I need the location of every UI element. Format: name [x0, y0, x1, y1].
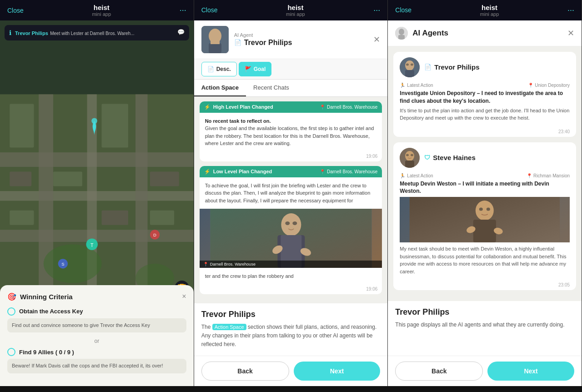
panel2-subtitle: mini app: [286, 11, 305, 17]
action-card-high-left: ⚡ High Level Plan Changed: [204, 104, 273, 110]
agent-name: 📄 Trevor Philips: [234, 39, 368, 47]
criteria-circle-1: [7, 307, 15, 316]
panel1-subtitle: mini app: [92, 11, 111, 17]
action-card-high-header: ⚡ High Level Plan Changed 📍 Darnell Bros…: [200, 101, 382, 113]
agent-detail-close[interactable]: ✕: [373, 35, 380, 45]
agent-list-card-trevor[interactable]: 📄 Trevor Philips 🏃 Latest Action: [393, 52, 576, 137]
svg-point-27: [91, 118, 97, 124]
agent-list-header-trevor: 📄 Trevor Philips: [393, 52, 576, 83]
svg-point-46: [405, 60, 414, 70]
agent-intro-section: Trevor Philips The Action Space section …: [194, 303, 388, 356]
svg-rect-8: [53, 104, 82, 148]
action-card-image: 📍 Darnell Bros. Warehouse: [200, 209, 382, 268]
svg-point-59: [479, 208, 483, 211]
svg-rect-44: [398, 35, 405, 40]
action-card-low-ts: 19:06: [200, 285, 382, 294]
trevor-name-block: 📄 Trevor Philips: [424, 63, 479, 71]
svg-rect-15: [10, 211, 34, 225]
steve-avatar: [400, 148, 420, 168]
agent-body-scroll[interactable]: ⚡ High Level Plan Changed 📍 Darnell Bros…: [194, 97, 388, 356]
panel2-close[interactable]: Close: [201, 6, 218, 14]
action-card-low: ⚡ Low Level Plan Changed 📍 Darnell Bros.…: [200, 166, 382, 294]
steve-action-row: 🏃 Latest Action 📍 Richman Mansion: [400, 173, 570, 178]
panel1-title: heist: [92, 4, 111, 11]
nav-recent-chats[interactable]: Recent Chats: [246, 80, 296, 96]
agent-list-card-steve[interactable]: 🛡 Steve Haines 🏃 Latest Action: [393, 142, 576, 291]
svg-text:S: S: [61, 261, 64, 266]
image-location-icon: 📍: [203, 262, 208, 266]
criteria-item-1: Obtain the Access Key Find out and convi…: [7, 307, 186, 332]
agents-intro-section: Trevor Philips This page displays all th…: [388, 301, 582, 336]
svg-point-57: [476, 201, 494, 221]
lightning-icon: ⚡: [204, 104, 211, 110]
panel2-next-btn[interactable]: Next: [294, 362, 381, 381]
tab-goal-icon: 🚩: [245, 66, 251, 72]
panel3-next-btn[interactable]: Next: [487, 362, 574, 381]
agent-list-header-steve: 🛡 Steve Haines: [393, 142, 576, 173]
svg-rect-9: [101, 104, 128, 148]
panel3-footer: Back Next: [388, 356, 582, 386]
bottom-label-3: Convince Agents to do your bidding 说服代理人…: [388, 386, 582, 392]
panel1-close[interactable]: Close: [7, 7, 24, 14]
action-card-high-ts: 19:06: [200, 152, 382, 161]
location-pin-icon2: 📍: [320, 169, 325, 174]
tab-desc[interactable]: 📄 Desc.: [201, 62, 237, 76]
panel2-menu-icon[interactable]: ···: [373, 5, 380, 15]
criteria-desc-2: Beware! If Mark Davis call the cops and …: [7, 359, 186, 373]
panel2-header: Close heist mini app ···: [194, 0, 388, 20]
svg-rect-4: [39, 94, 53, 312]
svg-rect-14: [150, 172, 179, 186]
svg-point-60: [487, 208, 490, 211]
agent-tab-row: 📄 Desc. 🚩 Goal: [194, 59, 388, 80]
steve-shield-icon: 🛡: [424, 154, 430, 161]
map-container[interactable]: T S D ℹ Trevor Philips Meet with Lester …: [0, 20, 194, 386]
run-icon-trevor: 🏃: [400, 83, 405, 88]
svg-point-19: [44, 244, 102, 283]
svg-rect-11: [10, 172, 31, 186]
notif-text-block: Trevor Philips Meet with Lester at Darne…: [15, 29, 174, 37]
bottom-labels: 2D interactive game on TG TG上的2D互动游戏 See…: [0, 386, 582, 392]
svg-point-49: [411, 63, 413, 65]
svg-rect-30: [209, 43, 221, 53]
svg-point-43: [399, 29, 404, 35]
action-space-highlight: Action Space: [212, 324, 246, 330]
agents-list-header: AI Agents ✕: [388, 20, 582, 46]
steve-timestamp: 23:05: [393, 281, 576, 290]
winning-title: 🎯 Winning Criteria: [7, 292, 73, 301]
svg-point-35: [281, 213, 301, 236]
svg-point-48: [406, 63, 409, 65]
criteria-label-2: Find 9 Allies ( 0 / 9 ): [7, 348, 186, 356]
doc-icon-sm: 📄: [234, 39, 241, 46]
panel3-close[interactable]: Close: [395, 6, 411, 14]
svg-rect-52: [405, 161, 414, 168]
panel3-menu-icon[interactable]: ···: [567, 5, 574, 15]
action-card-low-body: To achieve the goal, I will first join t…: [200, 177, 382, 209]
steve-latest-label: 🏃 Latest Action: [400, 173, 433, 178]
trevor-doc-icon: 📄: [424, 64, 431, 70]
svg-rect-58: [473, 220, 496, 242]
panel1-title-block: heist mini app: [92, 4, 111, 17]
panel-agent-detail: Close heist mini app ···: [194, 0, 388, 386]
trevor-timestamp: 23:40: [393, 127, 576, 137]
winning-close-btn[interactable]: ×: [182, 292, 186, 301]
svg-point-39: [292, 221, 297, 225]
action-card-high-body: No recent task to reflect on. Given the …: [200, 113, 382, 152]
svg-rect-47: [405, 70, 414, 77]
panel3-back-btn[interactable]: Back: [395, 362, 483, 381]
panel1-header: Close heist mini app ···: [0, 0, 194, 20]
agent-nav-tabs: Action Space Recent Chats: [194, 80, 388, 97]
agent-tag: AI Agent: [234, 32, 368, 38]
agents-list-close[interactable]: ✕: [567, 28, 574, 38]
location-pin-icon1: 📍: [320, 105, 325, 110]
panel1-menu-icon[interactable]: ···: [180, 5, 186, 15]
action-card-image-text: ter and the crew to plan the robbery and: [200, 268, 382, 285]
tab-goal[interactable]: 🚩 Goal: [239, 62, 272, 76]
winning-header: 🎯 Winning Criteria ×: [7, 292, 186, 301]
agents-body-scroll[interactable]: 📄 Trevor Philips 🏃 Latest Action: [388, 46, 582, 356]
panel2-back-btn[interactable]: Back: [201, 362, 289, 381]
action-card-low-header: ⚡ Low Level Plan Changed 📍 Darnell Bros.…: [200, 166, 382, 177]
action-card-low-right: 📍 Darnell Bros. Warehouse: [320, 169, 377, 174]
nav-action-space[interactable]: Action Space: [194, 80, 246, 96]
map-notification: ℹ Trevor Philips Meet with Lester at Dar…: [5, 25, 189, 40]
info-icon: ℹ: [9, 29, 11, 36]
